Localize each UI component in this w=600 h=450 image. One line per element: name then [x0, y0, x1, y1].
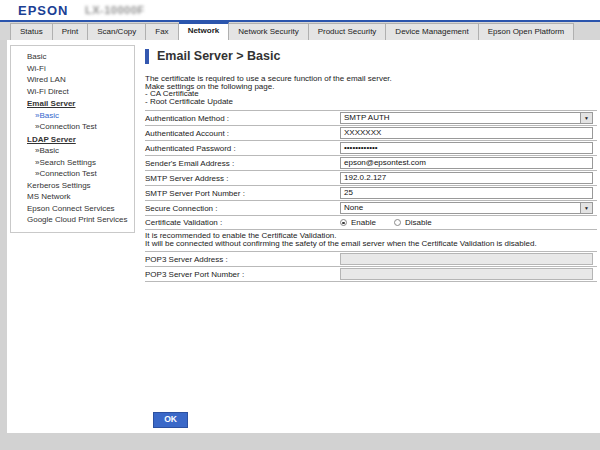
tab-epson-open-platform[interactable]: Epson Open Platform: [479, 23, 574, 40]
field-value-smtp-server-port-number: 25: [340, 186, 597, 200]
field-value-sender-s-email-address: epson@epsontest.com: [340, 156, 597, 170]
sidebar-nav: BasicWi-FiWired LANWi-Fi DirectEmail Ser…: [10, 45, 135, 233]
description-line: Make settings on the following page.: [145, 83, 597, 91]
authenticated-password-input[interactable]: ••••••••••••: [340, 142, 593, 154]
field-value-secure-connection: None▼: [340, 201, 597, 215]
sidebar-item-wired-lan[interactable]: Wired LAN: [11, 74, 134, 86]
field-label-certificate-validation: Certificate Validation :: [145, 218, 340, 227]
field-value-certificate-validation: EnableDisable: [340, 217, 597, 228]
field-row-authenticated-password: Authenticated Password :••••••••••••: [145, 141, 597, 156]
field-text-authentication-method: SMTP AUTH: [344, 113, 390, 122]
field-value-smtp-server-address: 192.0.2.127: [340, 171, 597, 185]
field-label-sender-s-email-address: Sender's Email Address :: [145, 159, 340, 168]
ok-button[interactable]: OK: [153, 412, 188, 428]
radio-option-enable[interactable]: Enable: [340, 218, 376, 227]
field-label-pop3-server-address: POP3 Server Address :: [145, 255, 340, 264]
field-text-smtp-server-address: 192.0.2.127: [344, 173, 386, 182]
sender-s-email-address-input[interactable]: epson@epsontest.com: [340, 157, 593, 169]
sidebar-item-ms-network[interactable]: MS Network: [11, 191, 134, 203]
field-label-smtp-server-port-number: SMTP Server Port Number :: [145, 189, 340, 198]
radio-label-enable: Enable: [351, 218, 376, 227]
field-row-sender-s-email-address: Sender's Email Address :epson@epsontest.…: [145, 156, 597, 171]
title-accent-bar: [145, 49, 149, 64]
field-row-authentication-method: Authentication Method :SMTP AUTH▼: [145, 111, 597, 126]
radio-group-certificate-validation: EnableDisable: [340, 218, 593, 227]
smtp-server-port-number-input[interactable]: 25: [340, 187, 593, 199]
tab-scan-copy[interactable]: Scan/Copy: [88, 23, 146, 40]
tab-print[interactable]: Print: [53, 23, 88, 40]
field-value-authenticated-account: XXXXXXX: [340, 126, 597, 140]
radio-label-disable: Disable: [405, 218, 432, 227]
tab-product-security[interactable]: Product Security: [309, 23, 387, 40]
authentication-method-select[interactable]: SMTP AUTH▼: [340, 112, 593, 124]
pop3-server-port-number-input: [340, 268, 593, 280]
field-label-authenticated-account: Authenticated Account :: [145, 129, 340, 138]
note-line: It will be connected without confirming …: [145, 240, 597, 248]
field-label-pop3-server-port-number: POP3 Server Port Number :: [145, 270, 340, 279]
field-row-authenticated-account: Authenticated Account :XXXXXXX: [145, 126, 597, 141]
field-label-secure-connection: Secure Connection :: [145, 204, 340, 213]
field-text-authenticated-account: XXXXXXX: [344, 128, 381, 137]
sidebar-item-basic[interactable]: »Basic: [11, 110, 134, 122]
field-text-smtp-server-port-number: 25: [344, 188, 353, 197]
description-line: - Root Certificate Update: [145, 98, 597, 106]
top-header: EPSON LX-10000F: [0, 0, 600, 20]
tab-network-security[interactable]: Network Security: [229, 23, 308, 40]
field-value-authenticated-password: ••••••••••••: [340, 141, 597, 155]
sidebar-item-kerberos-settings[interactable]: Kerberos Settings: [11, 180, 134, 192]
settings-form: Authentication Method :SMTP AUTH▼Authent…: [145, 110, 597, 282]
field-label-authenticated-password: Authenticated Password :: [145, 144, 340, 153]
sidebar-item-connection-test[interactable]: »Connection Test: [11, 121, 134, 133]
dropdown-arrow-icon[interactable]: ▼: [580, 203, 592, 213]
field-value-pop3-server-port-number: [340, 267, 597, 281]
sidebar-item-basic[interactable]: Basic: [11, 51, 134, 63]
tab-network[interactable]: Network: [179, 22, 230, 40]
page-title-row: Email Server > Basic: [145, 48, 597, 64]
sidebar-item-wi-fi[interactable]: Wi-Fi: [11, 63, 134, 75]
field-row-smtp-server-port-number: SMTP Server Port Number :25: [145, 186, 597, 201]
smtp-server-address-input[interactable]: 192.0.2.127: [340, 172, 593, 184]
epson-logo: EPSON: [18, 3, 69, 18]
radio-icon-enable[interactable]: [340, 219, 347, 226]
field-value-authentication-method: SMTP AUTH▼: [340, 111, 597, 125]
field-row-pop3-server-port-number: POP3 Server Port Number :: [145, 267, 597, 282]
authenticated-account-input[interactable]: XXXXXXX: [340, 127, 593, 139]
field-text-sender-s-email-address: epson@epsontest.com: [344, 158, 426, 167]
radio-option-disable[interactable]: Disable: [394, 218, 432, 227]
sidebar-item-epson-connect-services[interactable]: Epson Connect Services: [11, 203, 134, 215]
pop3-server-address-input: [340, 253, 593, 265]
certificate-validation-note: It is recommended to enable the Certific…: [145, 230, 597, 252]
field-label-authentication-method: Authentication Method :: [145, 114, 340, 123]
sidebar-item-connection-test[interactable]: »Connection Test: [11, 168, 134, 180]
radio-icon-disable[interactable]: [394, 219, 401, 226]
secure-connection-select[interactable]: None▼: [340, 202, 593, 214]
page-description: The certificate is required to use a sec…: [145, 75, 597, 105]
field-row-pop3-server-address: POP3 Server Address :: [145, 252, 597, 267]
field-row-smtp-server-address: SMTP Server Address :192.0.2.127: [145, 171, 597, 186]
dropdown-arrow-icon[interactable]: ▼: [580, 113, 592, 123]
field-row-secure-connection: Secure Connection :None▼: [145, 201, 597, 216]
field-value-pop3-server-address: [340, 252, 597, 266]
sidebar-item-wi-fi-direct[interactable]: Wi-Fi Direct: [11, 86, 134, 98]
page-title: Email Server > Basic: [157, 49, 280, 63]
sidebar-item-basic[interactable]: »Basic: [11, 145, 134, 157]
sidebar-item-ldap-server[interactable]: LDAP Server: [11, 134, 134, 146]
field-label-smtp-server-address: SMTP Server Address :: [145, 174, 340, 183]
tab-device-management[interactable]: Device Management: [386, 23, 478, 40]
printer-model-label: LX-10000F: [85, 4, 145, 16]
field-text-authenticated-password: ••••••••••••: [344, 143, 378, 152]
tab-fax[interactable]: Fax: [146, 23, 178, 40]
sidebar-item-google-cloud-print-services[interactable]: Google Cloud Print Services: [11, 214, 134, 226]
field-text-secure-connection: None: [344, 203, 363, 212]
tab-bar: StatusPrintScan/CopyFaxNetworkNetwork Se…: [0, 22, 600, 40]
tab-status[interactable]: Status: [10, 23, 53, 40]
sidebar-item-search-settings[interactable]: »Search Settings: [11, 157, 134, 169]
sidebar-item-email-server[interactable]: Email Server: [11, 98, 134, 110]
field-row-certificate-validation: Certificate Validation :EnableDisable: [145, 216, 597, 230]
content-area: BasicWi-FiWired LANWi-Fi DirectEmail Ser…: [7, 40, 600, 433]
main-panel: Email Server > Basic The certificate is …: [145, 48, 597, 282]
